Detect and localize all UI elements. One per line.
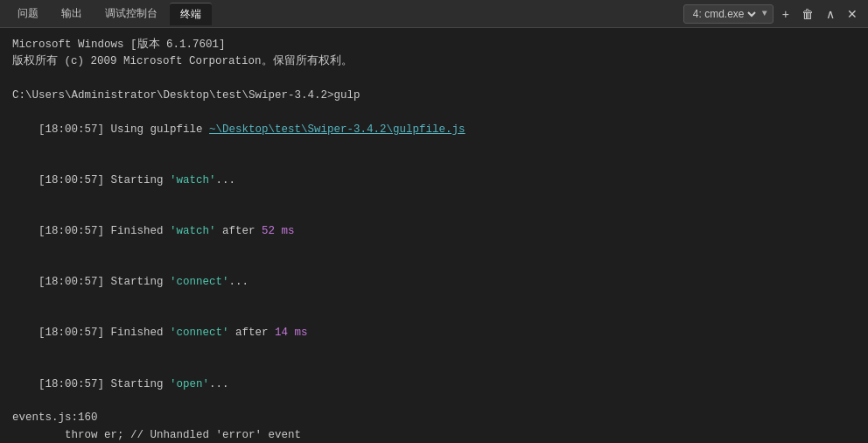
line-9: [18:00:57] Finished 'connect' after 14 m… [12,308,856,359]
tab-output[interactable]: 输出 [51,3,93,25]
line-5: [18:00:57] Using gulpfile ~\Desktop\test… [12,105,856,156]
line-11: events.js:160 [12,410,856,426]
line-7: [18:00:57] Finished 'watch' after 52 ms [12,207,856,257]
terminal-selector[interactable]: 4: cmd.exe 1: cmd.exe 2: cmd.exe 3: cmd.… [683,4,774,24]
close-panel-button[interactable]: ✕ [844,5,861,23]
tab-terminal[interactable]: 终端 [170,3,212,25]
line-6: [18:00:57] Starting 'watch'... [12,156,856,207]
terminal-body[interactable]: Microsoft Windows [版本 6.1.7601] 版权所有 (c)… [0,28,868,443]
chevron-down-icon: ▼ [762,9,767,18]
add-terminal-button[interactable]: + [779,5,793,23]
tab-problems[interactable]: 问题 [7,3,49,25]
tab-group: 问题 输出 调试控制台 终端 [7,3,212,25]
chevron-up-icon[interactable]: ∧ [822,5,838,23]
tab-debug-console[interactable]: 调试控制台 [94,3,168,25]
terminal-select-dropdown[interactable]: 4: cmd.exe 1: cmd.exe 2: cmd.exe 3: cmd.… [690,7,759,21]
line-12: throw er; // Unhandled 'error' event [12,427,856,443]
right-controls: 4: cmd.exe 1: cmd.exe 2: cmd.exe 3: cmd.… [683,4,861,24]
top-bar: 问题 输出 调试控制台 终端 4: cmd.exe 1: cmd.exe 2: … [0,0,868,28]
line-1: Microsoft Windows [版本 6.1.7601] [12,37,856,53]
line-2: 版权所有 (c) 2009 Microsoft Corporation。保留所有… [12,53,856,70]
trash-icon[interactable]: 🗑 [798,5,817,23]
line-3 [12,71,856,88]
line-8: [18:00:57] Starting 'connect'... [12,257,856,308]
line-10: [18:00:57] Starting 'open'... [12,359,856,410]
line-4: C:\Users\Administrator\Desktop\test\Swip… [12,88,856,104]
